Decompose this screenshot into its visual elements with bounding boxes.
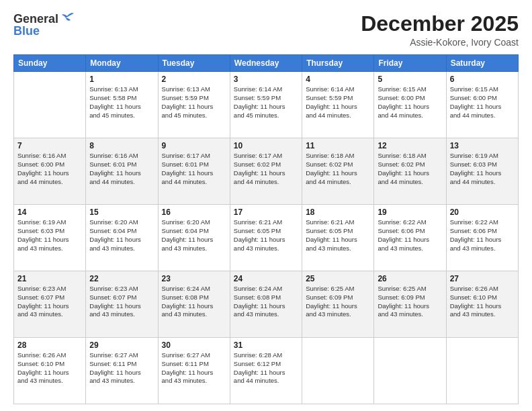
- calendar-cell: [302, 338, 374, 404]
- day-number: 28: [17, 340, 82, 350]
- calendar-day-header: Sunday: [14, 55, 86, 72]
- logo-bird-icon: [60, 12, 77, 26]
- day-number: 13: [450, 141, 515, 150]
- day-info: Sunrise: 6:13 AM Sunset: 5:59 PM Dayligh…: [162, 85, 226, 120]
- calendar-day-header: Thursday: [302, 55, 374, 72]
- day-number: 12: [378, 141, 442, 150]
- month-title: December 2025: [361, 12, 519, 36]
- calendar-week-row: 14Sunrise: 6:19 AM Sunset: 6:03 PM Dayli…: [14, 205, 519, 271]
- day-info: Sunrise: 6:28 AM Sunset: 6:12 PM Dayligh…: [234, 351, 298, 385]
- day-info: Sunrise: 6:26 AM Sunset: 6:10 PM Dayligh…: [17, 351, 82, 385]
- calendar-cell: 29Sunrise: 6:27 AM Sunset: 6:11 PM Dayli…: [86, 338, 158, 404]
- calendar-day-header: Tuesday: [158, 55, 230, 72]
- calendar-cell: 31Sunrise: 6:28 AM Sunset: 6:12 PM Dayli…: [230, 338, 302, 404]
- day-number: 8: [89, 141, 154, 150]
- header: General Blue December 2025 Assie-Kokore,…: [13, 12, 519, 48]
- calendar-cell: 18Sunrise: 6:21 AM Sunset: 6:05 PM Dayli…: [302, 205, 374, 271]
- calendar-cell: 12Sunrise: 6:18 AM Sunset: 6:02 PM Dayli…: [374, 138, 446, 205]
- calendar-cell: 3Sunrise: 6:14 AM Sunset: 5:59 PM Daylig…: [230, 72, 302, 138]
- day-number: 26: [378, 274, 442, 283]
- calendar-cell: 11Sunrise: 6:18 AM Sunset: 6:02 PM Dayli…: [302, 138, 374, 205]
- day-number: 25: [306, 274, 370, 283]
- day-info: Sunrise: 6:22 AM Sunset: 6:06 PM Dayligh…: [378, 218, 442, 253]
- day-info: Sunrise: 6:15 AM Sunset: 6:00 PM Dayligh…: [450, 85, 515, 120]
- day-number: 20: [450, 208, 515, 217]
- calendar-week-row: 1Sunrise: 6:13 AM Sunset: 5:58 PM Daylig…: [14, 72, 519, 138]
- day-info: Sunrise: 6:17 AM Sunset: 6:02 PM Dayligh…: [234, 152, 298, 186]
- day-info: Sunrise: 6:14 AM Sunset: 5:59 PM Dayligh…: [306, 85, 370, 120]
- day-number: 24: [234, 274, 298, 283]
- day-info: Sunrise: 6:19 AM Sunset: 6:03 PM Dayligh…: [450, 152, 515, 186]
- day-info: Sunrise: 6:22 AM Sunset: 6:06 PM Dayligh…: [450, 218, 515, 253]
- calendar-cell: 24Sunrise: 6:24 AM Sunset: 6:08 PM Dayli…: [230, 271, 302, 338]
- day-number: 2: [162, 75, 226, 84]
- calendar-cell: 2Sunrise: 6:13 AM Sunset: 5:59 PM Daylig…: [158, 72, 230, 138]
- calendar-cell: 20Sunrise: 6:22 AM Sunset: 6:06 PM Dayli…: [446, 205, 518, 271]
- calendar-cell: [446, 338, 518, 404]
- calendar-cell: 19Sunrise: 6:22 AM Sunset: 6:06 PM Dayli…: [374, 205, 446, 271]
- day-number: 27: [450, 274, 515, 283]
- day-number: 31: [234, 340, 298, 350]
- calendar-cell: [374, 338, 446, 404]
- day-number: 14: [17, 208, 82, 217]
- day-number: 3: [234, 75, 298, 84]
- day-number: 23: [162, 274, 226, 283]
- calendar-day-header: Wednesday: [230, 55, 302, 72]
- day-info: Sunrise: 6:16 AM Sunset: 6:00 PM Dayligh…: [17, 152, 82, 186]
- logo-blue-text: Blue: [13, 24, 77, 38]
- calendar-cell: 25Sunrise: 6:25 AM Sunset: 6:09 PM Dayli…: [302, 271, 374, 338]
- day-number: 6: [450, 75, 515, 84]
- day-info: Sunrise: 6:21 AM Sunset: 6:05 PM Dayligh…: [234, 218, 298, 253]
- day-number: 29: [89, 340, 154, 350]
- logo: General Blue: [13, 12, 77, 38]
- calendar-day-header: Saturday: [446, 55, 518, 72]
- day-info: Sunrise: 6:23 AM Sunset: 6:07 PM Dayligh…: [17, 285, 82, 319]
- day-number: 17: [234, 208, 298, 217]
- day-info: Sunrise: 6:20 AM Sunset: 6:04 PM Dayligh…: [162, 218, 226, 253]
- calendar-cell: 22Sunrise: 6:23 AM Sunset: 6:07 PM Dayli…: [86, 271, 158, 338]
- calendar-header-row: SundayMondayTuesdayWednesdayThursdayFrid…: [14, 55, 519, 72]
- day-info: Sunrise: 6:18 AM Sunset: 6:02 PM Dayligh…: [306, 152, 370, 186]
- calendar-week-row: 7Sunrise: 6:16 AM Sunset: 6:00 PM Daylig…: [14, 138, 519, 205]
- calendar-cell: 28Sunrise: 6:26 AM Sunset: 6:10 PM Dayli…: [14, 338, 86, 404]
- title-section: December 2025 Assie-Kokore, Ivory Coast: [361, 12, 519, 48]
- day-info: Sunrise: 6:26 AM Sunset: 6:10 PM Dayligh…: [450, 285, 515, 319]
- day-number: 4: [306, 75, 370, 84]
- day-info: Sunrise: 6:25 AM Sunset: 6:09 PM Dayligh…: [378, 285, 442, 319]
- day-number: 10: [234, 141, 298, 150]
- calendar-cell: 7Sunrise: 6:16 AM Sunset: 6:00 PM Daylig…: [14, 138, 86, 205]
- location-title: Assie-Kokore, Ivory Coast: [361, 37, 519, 48]
- day-info: Sunrise: 6:15 AM Sunset: 6:00 PM Dayligh…: [378, 85, 442, 120]
- calendar-cell: 17Sunrise: 6:21 AM Sunset: 6:05 PM Dayli…: [230, 205, 302, 271]
- calendar-cell: 13Sunrise: 6:19 AM Sunset: 6:03 PM Dayli…: [446, 138, 518, 205]
- calendar-cell: 8Sunrise: 6:16 AM Sunset: 6:01 PM Daylig…: [86, 138, 158, 205]
- day-info: Sunrise: 6:27 AM Sunset: 6:11 PM Dayligh…: [89, 351, 154, 385]
- day-info: Sunrise: 6:24 AM Sunset: 6:08 PM Dayligh…: [162, 285, 226, 319]
- page: General Blue December 2025 Assie-Kokore,…: [0, 0, 532, 411]
- day-info: Sunrise: 6:17 AM Sunset: 6:01 PM Dayligh…: [162, 152, 226, 186]
- day-number: 18: [306, 208, 370, 217]
- day-info: Sunrise: 6:21 AM Sunset: 6:05 PM Dayligh…: [306, 218, 370, 253]
- day-number: 9: [162, 141, 226, 150]
- day-number: 19: [378, 208, 442, 217]
- day-info: Sunrise: 6:14 AM Sunset: 5:59 PM Dayligh…: [234, 85, 298, 120]
- calendar-day-header: Friday: [374, 55, 446, 72]
- calendar-cell: 14Sunrise: 6:19 AM Sunset: 6:03 PM Dayli…: [14, 205, 86, 271]
- day-number: 22: [89, 274, 154, 283]
- calendar-cell: 9Sunrise: 6:17 AM Sunset: 6:01 PM Daylig…: [158, 138, 230, 205]
- day-info: Sunrise: 6:20 AM Sunset: 6:04 PM Dayligh…: [89, 218, 154, 253]
- day-info: Sunrise: 6:23 AM Sunset: 6:07 PM Dayligh…: [89, 285, 154, 319]
- day-info: Sunrise: 6:13 AM Sunset: 5:58 PM Dayligh…: [89, 85, 154, 120]
- calendar-day-header: Monday: [86, 55, 158, 72]
- calendar-cell: 16Sunrise: 6:20 AM Sunset: 6:04 PM Dayli…: [158, 205, 230, 271]
- day-info: Sunrise: 6:16 AM Sunset: 6:01 PM Dayligh…: [89, 152, 154, 186]
- calendar-week-row: 28Sunrise: 6:26 AM Sunset: 6:10 PM Dayli…: [14, 338, 519, 404]
- calendar-week-row: 21Sunrise: 6:23 AM Sunset: 6:07 PM Dayli…: [14, 271, 519, 338]
- day-info: Sunrise: 6:18 AM Sunset: 6:02 PM Dayligh…: [378, 152, 442, 186]
- calendar-cell: 6Sunrise: 6:15 AM Sunset: 6:00 PM Daylig…: [446, 72, 518, 138]
- calendar-cell: 4Sunrise: 6:14 AM Sunset: 5:59 PM Daylig…: [302, 72, 374, 138]
- calendar-cell: 15Sunrise: 6:20 AM Sunset: 6:04 PM Dayli…: [86, 205, 158, 271]
- day-number: 7: [17, 141, 82, 150]
- day-info: Sunrise: 6:25 AM Sunset: 6:09 PM Dayligh…: [306, 285, 370, 319]
- day-number: 5: [378, 75, 442, 84]
